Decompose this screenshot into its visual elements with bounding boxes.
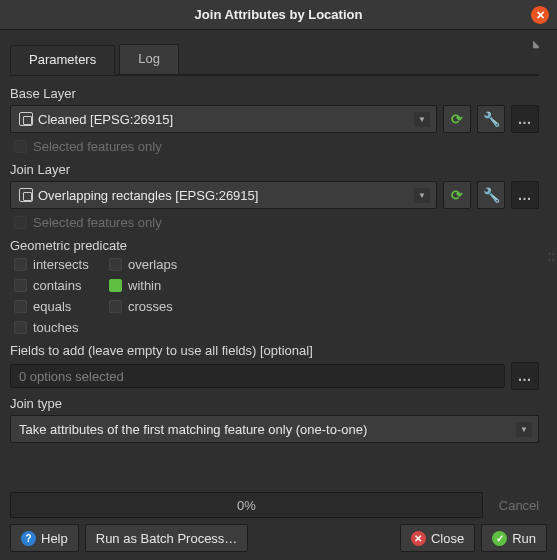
predicate-crosses-checkbox[interactable] xyxy=(109,300,122,313)
button-bar: ? Help Run as Batch Process… ✕ Close ✓ R… xyxy=(10,524,547,552)
join-selected-only-label: Selected features only xyxy=(33,215,162,230)
join-selected-only-row: Selected features only xyxy=(14,215,539,230)
predicate-contains-label: contains xyxy=(33,278,81,293)
predicate-intersects-label: intersects xyxy=(33,257,89,272)
close-icon: ✕ xyxy=(411,531,426,546)
predicate-contains-checkbox[interactable] xyxy=(14,279,27,292)
base-layer-select[interactable]: Cleaned [EPSG:26915] xyxy=(10,105,437,133)
fields-browse-button[interactable]: … xyxy=(511,362,539,390)
parameters-panel: Base Layer Cleaned [EPSG:26915] ⟳ 🔧 … Se… xyxy=(10,76,539,443)
predicate-touches-checkbox[interactable] xyxy=(14,321,27,334)
join-layer-row: Overlapping rectangles [EPSG:26915] ⟳ 🔧 … xyxy=(10,181,539,209)
progress-bar: 0% xyxy=(10,492,483,518)
join-layer-value: Overlapping rectangles [EPSG:26915] xyxy=(38,188,258,203)
predicate-overlaps-label: overlaps xyxy=(128,257,177,272)
close-label: Close xyxy=(431,531,464,546)
predicate-equals-checkbox[interactable] xyxy=(14,300,27,313)
base-layer-value: Cleaned [EPSG:26915] xyxy=(38,112,173,127)
join-type-select[interactable]: Take attributes of the first matching fe… xyxy=(10,415,539,443)
cancel-button: Cancel xyxy=(491,492,547,518)
join-iterate-button[interactable]: ⟳ xyxy=(443,181,471,209)
wrench-icon: 🔧 xyxy=(483,187,500,203)
iterate-icon: ⟳ xyxy=(451,187,463,203)
predicate-label: Geometric predicate xyxy=(10,238,539,253)
join-advanced-button[interactable]: 🔧 xyxy=(477,181,505,209)
detach-panel-icon[interactable]: ◣ xyxy=(533,38,539,49)
join-selected-only-checkbox xyxy=(14,216,27,229)
dialog-body: Parameters Log ◣ Base Layer Cleaned [EPS… xyxy=(10,38,539,480)
wrench-icon: 🔧 xyxy=(483,111,500,127)
dots-icon: … xyxy=(518,368,533,384)
join-layer-select[interactable]: Overlapping rectangles [EPSG:26915] xyxy=(10,181,437,209)
join-browse-button[interactable]: … xyxy=(511,181,539,209)
base-iterate-button[interactable]: ⟳ xyxy=(443,105,471,133)
predicate-equals-label: equals xyxy=(33,299,71,314)
progress-area: 0% Cancel xyxy=(10,492,547,518)
predicate-intersects-checkbox[interactable] xyxy=(14,258,27,271)
run-button[interactable]: ✓ Run xyxy=(481,524,547,552)
base-selected-only-label: Selected features only xyxy=(33,139,162,154)
run-icon: ✓ xyxy=(492,531,507,546)
predicate-touches-label: touches xyxy=(33,320,79,335)
base-selected-only-checkbox xyxy=(14,140,27,153)
window-close-button[interactable]: ✕ xyxy=(531,6,549,24)
tab-log[interactable]: Log xyxy=(119,44,179,74)
polygon-layer-icon xyxy=(19,112,33,126)
base-advanced-button[interactable]: 🔧 xyxy=(477,105,505,133)
help-button[interactable]: ? Help xyxy=(10,524,79,552)
batch-button[interactable]: Run as Batch Process… xyxy=(85,524,249,552)
predicate-grid: intersects overlaps contains within equa… xyxy=(14,257,539,335)
run-label: Run xyxy=(512,531,536,546)
base-layer-label: Base Layer xyxy=(10,86,539,101)
panel-resize-handle[interactable]: ⋮⋮ xyxy=(548,250,557,262)
help-icon: ? xyxy=(21,531,36,546)
fields-input[interactable]: 0 options selected xyxy=(10,364,505,388)
iterate-icon: ⟳ xyxy=(451,111,463,127)
dots-icon: … xyxy=(518,111,533,127)
predicate-within-label: within xyxy=(128,278,161,293)
window-title: Join Attributes by Location xyxy=(195,7,363,22)
base-selected-only-row: Selected features only xyxy=(14,139,539,154)
dots-icon: … xyxy=(518,187,533,203)
fields-row: 0 options selected … xyxy=(10,362,539,390)
base-layer-row: Cleaned [EPSG:26915] ⟳ 🔧 … xyxy=(10,105,539,133)
tab-parameters[interactable]: Parameters xyxy=(10,45,115,75)
help-label: Help xyxy=(41,531,68,546)
close-button[interactable]: ✕ Close xyxy=(400,524,475,552)
title-bar: Join Attributes by Location ✕ xyxy=(0,0,557,30)
polygon-layer-icon xyxy=(19,188,33,202)
predicate-crosses-label: crosses xyxy=(128,299,173,314)
predicate-overlaps-checkbox[interactable] xyxy=(109,258,122,271)
join-layer-label: Join Layer xyxy=(10,162,539,177)
fields-label: Fields to add (leave empty to use all fi… xyxy=(10,343,539,358)
join-type-label: Join type xyxy=(10,396,539,411)
join-type-value: Take attributes of the first matching fe… xyxy=(19,422,367,437)
tab-bar: Parameters Log ◣ xyxy=(10,44,539,76)
base-browse-button[interactable]: … xyxy=(511,105,539,133)
predicate-within-checkbox[interactable] xyxy=(109,279,122,292)
close-icon: ✕ xyxy=(536,9,545,22)
